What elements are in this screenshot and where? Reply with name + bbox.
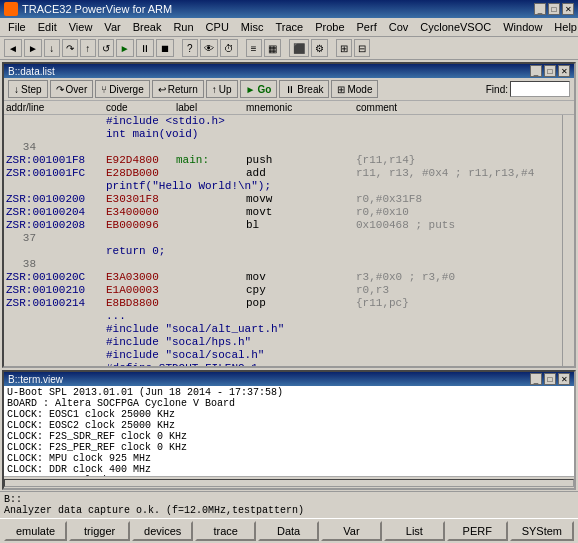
up-icon: ↑ — [212, 84, 217, 95]
term-panel: B::term.view _ □ ✕ U-Boot SPL 2013.01.01… — [2, 370, 576, 490]
table-row[interactable]: ZSR:00100200E30301F8movwr0,#0x31F8 — [4, 193, 562, 206]
menu-probe[interactable]: Probe — [309, 20, 350, 34]
bottom-btn-var[interactable]: Var — [321, 521, 382, 541]
menu-bar: File Edit View Var Break Run CPU Misc Tr… — [0, 18, 578, 37]
tb-stop-button[interactable]: ⏹ — [156, 39, 174, 57]
list-item: CLOCK: MPU clock 925 MHz — [7, 453, 571, 464]
bottom-btn-data[interactable]: Data — [258, 521, 319, 541]
bottom-btn-emulate[interactable]: emulate — [4, 521, 67, 541]
code-maximize[interactable]: □ — [544, 65, 556, 77]
tb-prev-button[interactable]: ◄ — [4, 39, 22, 57]
close-button[interactable]: ✕ — [562, 3, 574, 15]
maximize-button[interactable]: □ — [548, 3, 560, 15]
menu-var[interactable]: Var — [98, 20, 126, 34]
menu-edit[interactable]: Edit — [32, 20, 63, 34]
tb-watch-button[interactable]: 👁 — [200, 39, 218, 57]
tb-over-button[interactable]: ↷ — [62, 39, 78, 57]
menu-view[interactable]: View — [63, 20, 99, 34]
header-mnemonic: mnemonic — [246, 102, 356, 113]
bottom-btn-devices[interactable]: devices — [132, 521, 193, 541]
tb-mem-button[interactable]: ▦ — [264, 39, 281, 57]
tb-return-button[interactable]: ↑ — [80, 39, 96, 57]
step-button[interactable]: ↓ Step — [8, 80, 48, 98]
menu-trace[interactable]: Trace — [269, 20, 309, 34]
list-item: U-Boot SPL 2013.01.01 (Jun 18 2014 - 17:… — [7, 387, 571, 398]
app-icon — [4, 2, 18, 16]
table-row[interactable]: ZSR:00100210E1A00003cpyr0,r3 — [4, 284, 562, 297]
tb-step-button[interactable]: ↓ — [44, 39, 60, 57]
up-button[interactable]: ↑ Up — [206, 80, 238, 98]
code-content: #include <stdio.h>int main(void)34ZSR:00… — [4, 115, 574, 366]
list-item: CLOCK: EOSC1 clock 25000 KHz — [7, 409, 571, 420]
menu-cpu[interactable]: CPU — [200, 20, 235, 34]
menu-run[interactable]: Run — [167, 20, 199, 34]
table-row[interactable]: ZSR:001001FCE28DB000addr11, r13, #0x4 ; … — [4, 167, 562, 180]
return-button[interactable]: ↩ Return — [152, 80, 204, 98]
mode-button[interactable]: ⊞ Mode — [331, 80, 378, 98]
bottom-btn-trigger[interactable]: trigger — [69, 521, 130, 541]
find-label: Find: — [486, 84, 508, 95]
tb-reset-button[interactable]: ↺ — [98, 39, 114, 57]
code-panel-title-text: B::data.list — [8, 66, 55, 77]
menu-misc[interactable]: Misc — [235, 20, 270, 34]
code-minimize[interactable]: _ — [530, 65, 542, 77]
table-row[interactable]: ZSR:0010020CE3A03000movr3,#0x0 ; r3,#0 — [4, 271, 562, 284]
bottom-btn-trace[interactable]: trace — [195, 521, 256, 541]
go-button[interactable]: ► Go — [240, 80, 278, 98]
tb-grid-button[interactable]: ⊞ — [336, 39, 352, 57]
header-comment: comment — [356, 102, 572, 113]
minimize-button[interactable]: _ — [534, 3, 546, 15]
table-row[interactable]: #include <stdio.h> — [4, 115, 562, 128]
menu-perf[interactable]: Perf — [351, 20, 383, 34]
tb-time-button[interactable]: ⏱ — [220, 39, 238, 57]
table-row[interactable]: #include "socal/alt_uart.h" — [4, 323, 562, 336]
bottom-btn-system[interactable]: SYStem — [510, 521, 574, 541]
table-row[interactable]: #include "socal/socal.h" — [4, 349, 562, 362]
menu-help[interactable]: Help — [548, 20, 578, 34]
table-row[interactable]: 34 — [4, 141, 562, 154]
table-row[interactable]: ZSR:001001F8E92D4800main:push{r11,r14} — [4, 154, 562, 167]
term-minimize[interactable]: _ — [530, 373, 542, 385]
tb-config-button[interactable]: ⚙ — [311, 39, 328, 57]
code-panel-title: B::data.list _ □ ✕ — [4, 64, 574, 78]
bottom-btn-list[interactable]: List — [384, 521, 445, 541]
table-row[interactable]: #include "socal/hps.h" — [4, 336, 562, 349]
tb-soc-button[interactable]: ⬛ — [289, 39, 309, 57]
tb-tile-button[interactable]: ⊟ — [354, 39, 370, 57]
table-row[interactable]: ZSR:00100204E3400000movtr0,#0x10 — [4, 206, 562, 219]
term-content: U-Boot SPL 2013.01.01 (Jun 18 2014 - 17:… — [4, 386, 574, 476]
table-row[interactable]: printf("Hello World!\n"); — [4, 180, 562, 193]
menu-break[interactable]: Break — [127, 20, 168, 34]
break-button[interactable]: ⏸ Break — [279, 80, 329, 98]
table-row[interactable]: ... — [4, 310, 562, 323]
find-input[interactable] — [510, 81, 570, 97]
tb-go-button[interactable]: ► — [116, 39, 134, 57]
term-close[interactable]: ✕ — [558, 373, 570, 385]
tb-help-button[interactable]: ? — [182, 39, 198, 57]
header-label: label — [176, 102, 246, 113]
table-row[interactable]: return 0; — [4, 245, 562, 258]
mode-icon: ⊞ — [337, 84, 345, 95]
over-button[interactable]: ↷ Over — [50, 80, 94, 98]
table-row[interactable]: ZSR:00100214E8BD8800pop{r11,pc} — [4, 297, 562, 310]
tb-pause-button[interactable]: ⏸ — [136, 39, 154, 57]
code-scrollbar[interactable] — [562, 115, 574, 366]
table-row[interactable]: #define STDOUT_FILENO 1 — [4, 362, 562, 366]
table-row[interactable]: 37 — [4, 232, 562, 245]
find-area: Find: — [486, 81, 570, 97]
tb-next-button[interactable]: ► — [24, 39, 42, 57]
list-item: BOARD : Altera SOCFPGA Cyclone V Board — [7, 398, 571, 409]
diverge-button[interactable]: ⑂ Diverge — [95, 80, 149, 98]
bottom-btn-perf[interactable]: PERF — [447, 521, 508, 541]
table-row[interactable]: int main(void) — [4, 128, 562, 141]
tb-list-button[interactable]: ≡ — [246, 39, 262, 57]
menu-window[interactable]: Window — [497, 20, 548, 34]
menu-file[interactable]: File — [2, 20, 32, 34]
term-maximize[interactable]: □ — [544, 373, 556, 385]
menu-cov[interactable]: Cov — [383, 20, 415, 34]
term-scrollbar-h[interactable] — [4, 476, 574, 488]
menu-cyclone[interactable]: CycloneVSOC — [414, 20, 497, 34]
table-row[interactable]: ZSR:00100208EB000096bl0x100468 ; puts — [4, 219, 562, 232]
table-row[interactable]: 38 — [4, 258, 562, 271]
code-close[interactable]: ✕ — [558, 65, 570, 77]
